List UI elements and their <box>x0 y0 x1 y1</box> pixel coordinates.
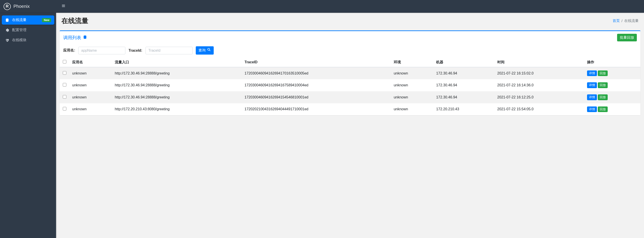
cell-app: unknown <box>70 67 112 79</box>
sidebar: 在线流量 New 配置管理 在线模块 <box>0 13 56 238</box>
cell-action: 详情回放 <box>584 103 640 116</box>
replay-button[interactable]: 回放 <box>598 107 608 112</box>
cell-entry: http://172.20.210.43:8080/greeting <box>112 103 242 116</box>
table-row: unknownhttp://172.30.46.94:28888/greetin… <box>60 79 640 91</box>
row-checkbox[interactable] <box>63 83 66 87</box>
card-title: 调用列表 <box>63 35 87 41</box>
cell-time: 2021-07-22 16:12:25.0 <box>495 91 584 103</box>
database-icon <box>5 18 10 22</box>
th-env: 环境 <box>391 58 434 67</box>
card-header: 调用列表 批量回放 <box>60 31 640 44</box>
th-entry: 流量入口 <box>112 58 242 67</box>
row-checkbox[interactable] <box>63 71 66 75</box>
filter-app-label: 应用名: <box>63 48 75 53</box>
sidebar-item-config[interactable]: 配置管理 <box>2 25 54 35</box>
row-checkbox[interactable] <box>63 107 66 111</box>
th-time: 时间 <box>495 58 584 67</box>
brand-title: Phoenix <box>14 4 30 9</box>
query-button[interactable]: 查询 <box>196 46 214 54</box>
search-icon <box>207 48 211 53</box>
detail-button[interactable]: 详情 <box>587 107 597 112</box>
query-button-label: 查询 <box>198 48 206 53</box>
cell-host: 172.30.46.94 <box>434 91 494 103</box>
cell-time: 2021-07-22 16:15:02.0 <box>495 67 584 79</box>
sidebar-item-label: 配置管理 <box>12 28 51 32</box>
brand[interactable]: R Phoenix <box>0 0 56 13</box>
traceid-input[interactable] <box>146 47 192 54</box>
cell-time: 2021-07-22 16:14:36.0 <box>495 79 584 91</box>
cell-time: 2021-07-22 15:54:05.0 <box>495 103 584 116</box>
cell-traceid: 172020210043162694044491710001ed <box>242 103 391 116</box>
replay-button[interactable]: 回放 <box>598 70 608 76</box>
cell-action: 详情回放 <box>584 91 640 103</box>
th-action: 操作 <box>584 58 640 67</box>
invocation-table: 应用名 流量入口 TraceID 环境 机器 时间 操作 unknownhttp… <box>60 58 640 115</box>
cell-entry: http://172.30.46.94:28888/greeting <box>112 91 242 103</box>
cell-traceid: 172030046094162694167589410004ed <box>242 79 391 91</box>
topbar: R Phoenix <box>0 0 644 13</box>
content-header: 在线流量 首页 / 在线流量 <box>56 13 644 29</box>
cell-action: 详情回放 <box>584 79 640 91</box>
cell-env: unknown <box>391 91 434 103</box>
cell-env: unknown <box>391 103 434 116</box>
batch-replay-button[interactable]: 批量回放 <box>617 34 637 41</box>
cell-action: 详情回放 <box>584 67 640 79</box>
app-name-input[interactable] <box>78 47 125 54</box>
row-checkbox[interactable] <box>63 95 66 99</box>
detail-button[interactable]: 详情 <box>587 82 597 88</box>
card-invocation-list: 调用列表 批量回放 应用名: TraceId: 查询 <box>60 30 640 115</box>
table-row: unknownhttp://172.30.46.94:28888/greetin… <box>60 91 640 103</box>
detail-button[interactable]: 详情 <box>587 70 597 76</box>
svg-rect-2 <box>62 6 65 7</box>
table-row: unknownhttp://172.30.46.94:28888/greetin… <box>60 67 640 79</box>
cell-app: unknown <box>70 91 112 103</box>
sidebar-item-label: 在线流量 <box>12 18 39 22</box>
cell-app: unknown <box>70 79 112 91</box>
cell-env: unknown <box>391 79 434 91</box>
heartbeat-icon <box>5 38 10 42</box>
database-icon <box>83 35 87 40</box>
replay-button[interactable]: 回放 <box>598 94 608 100</box>
th-traceid: TraceID <box>242 58 391 67</box>
th-app: 应用名 <box>70 58 112 67</box>
sidebar-badge-new: New <box>42 18 51 22</box>
topbar-right <box>56 0 644 13</box>
sidebar-item-online-module[interactable]: 在线模块 <box>2 36 54 45</box>
cell-host: 172.30.46.94 <box>434 67 494 79</box>
svg-rect-1 <box>62 5 65 6</box>
replay-button[interactable]: 回放 <box>598 82 608 88</box>
svg-rect-0 <box>62 5 65 5</box>
cell-entry: http://172.30.46.94:28888/greeting <box>112 79 242 91</box>
cell-app: unknown <box>70 103 112 116</box>
svg-point-5 <box>208 48 210 50</box>
hamburger-icon[interactable] <box>60 2 67 10</box>
table-row: unknownhttp://172.20.210.43:8080/greetin… <box>60 103 640 116</box>
sidebar-item-label: 在线模块 <box>12 38 51 42</box>
filter-row: 应用名: TraceId: 查询 <box>60 44 640 57</box>
filter-traceid-label: TraceId: <box>128 49 142 53</box>
breadcrumb-current: 在线流量 <box>624 18 638 23</box>
cogs-icon <box>5 28 10 32</box>
cell-traceid: 172030046094162694154546810001ed <box>242 91 391 103</box>
main-content: 在线流量 首页 / 在线流量 调用列表 批量回放 应用名: TraceId: 查… <box>56 0 644 238</box>
breadcrumb-home[interactable]: 首页 <box>612 18 620 23</box>
breadcrumb: 首页 / 在线流量 <box>612 18 638 23</box>
brand-logo: R <box>4 3 11 10</box>
svg-line-6 <box>210 50 210 51</box>
cell-env: unknown <box>391 67 434 79</box>
sidebar-item-online-traffic[interactable]: 在线流量 New <box>2 15 54 25</box>
cell-traceid: 172030046094162694170163510005ed <box>242 67 391 79</box>
cell-entry: http://172.30.46.94:28888/greeting <box>112 67 242 79</box>
detail-button[interactable]: 详情 <box>587 94 597 100</box>
cell-host: 172.20.210.43 <box>434 103 494 116</box>
select-all-checkbox[interactable] <box>63 60 66 64</box>
th-host: 机器 <box>434 58 494 67</box>
breadcrumb-sep: / <box>622 19 622 23</box>
page-title: 在线流量 <box>62 16 88 25</box>
card-title-text: 调用列表 <box>63 35 81 41</box>
cell-host: 172.30.46.94 <box>434 79 494 91</box>
